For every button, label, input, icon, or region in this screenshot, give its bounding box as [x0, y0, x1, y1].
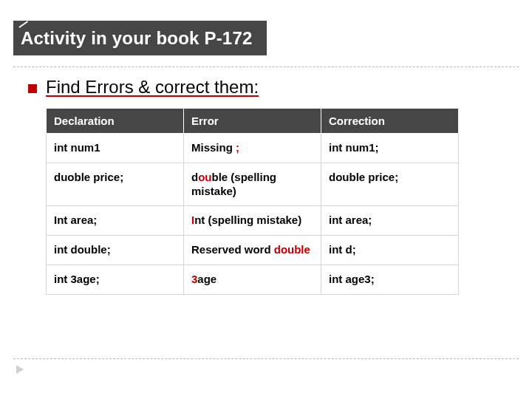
- content-area: Find Errors & correct them: Declaration …: [28, 77, 504, 295]
- cell-declaration: int 3age;: [47, 265, 184, 294]
- table-row: int num1Missing ;int num1;: [47, 134, 459, 163]
- table-row: int 3age;3ageint age3;: [47, 265, 459, 294]
- footer-arrow-icon: [16, 365, 24, 374]
- table-row: Int area;Int (spelling mistake)int area;: [47, 206, 459, 236]
- cell-correction: int age3;: [321, 265, 459, 294]
- cell-correction: int num1;: [321, 134, 459, 163]
- table-header-row: Declaration Error Correction: [47, 109, 459, 134]
- cell-error: Int (spelling mistake): [184, 206, 321, 236]
- divider-top: [13, 66, 519, 67]
- cell-declaration: Int area;: [47, 206, 184, 236]
- table-row: duoble price;double (spelling mistake)do…: [47, 163, 459, 206]
- cell-correction: double price;: [321, 163, 459, 206]
- col-header-error: Error: [184, 109, 321, 134]
- slide-title: Activity in your book P-172: [13, 28, 252, 49]
- divider-bottom: [13, 358, 519, 359]
- cell-correction: int area;: [321, 206, 459, 236]
- title-accent-line: [18, 21, 28, 28]
- col-header-declaration: Declaration: [47, 109, 184, 134]
- cell-error: 3age: [184, 265, 321, 294]
- cell-declaration: int num1: [47, 134, 184, 163]
- square-bullet-icon: [28, 84, 37, 93]
- cell-declaration: int double;: [47, 236, 184, 265]
- table-body: int num1Missing ;int num1;duoble price;d…: [47, 134, 459, 295]
- cell-declaration: duoble price;: [47, 163, 184, 206]
- table-row: int double;Reserved word doubleint d;: [47, 236, 459, 265]
- slide: Activity in your book P-172 Find Errors …: [0, 0, 532, 399]
- col-header-correction: Correction: [321, 109, 459, 134]
- cell-correction: int d;: [321, 236, 459, 265]
- title-bar: Activity in your book P-172: [13, 21, 267, 55]
- cell-error: Missing ;: [184, 134, 321, 163]
- errors-table: Declaration Error Correction int num1Mis…: [46, 108, 459, 295]
- cell-error: Reserved word double: [184, 236, 321, 265]
- bullet-row: Find Errors & correct them:: [28, 77, 504, 98]
- cell-error: double (spelling mistake): [184, 163, 321, 206]
- bullet-heading: Find Errors & correct them:: [46, 77, 259, 98]
